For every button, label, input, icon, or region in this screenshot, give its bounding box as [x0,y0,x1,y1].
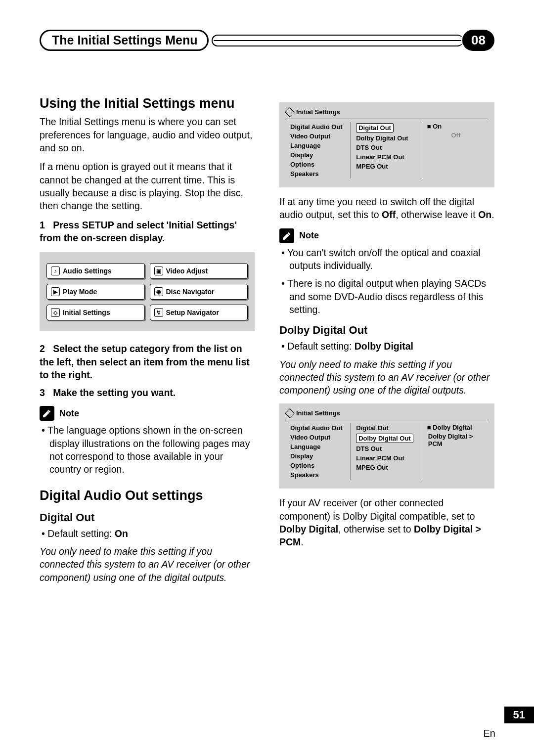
note-bullet: The language options shown in the on-scr… [49,424,255,476]
diamond-icon [285,408,295,418]
text: If your AV receiver (or other connected … [279,497,475,521]
osd-option-selected: Dolby Digital [427,423,485,432]
chapter-title: The Initial Settings Menu [52,33,197,47]
step-1-number: 1 [40,220,45,230]
section-heading-digital-audio-out: Digital Audio Out settings [40,488,255,503]
step-1: 1 Press SETUP and select 'Initial Settin… [40,219,255,245]
osd-item: Digital Out [355,423,419,433]
osd-item-col: Digital Out Dolby Digital Out DTS Out Li… [351,423,423,480]
menu-btn-video-adjust: ▣Video Adjust [150,263,248,279]
osd-item-col: Digital Out Dolby Digital Out DTS Out Li… [351,122,423,178]
page-number: 51 [513,709,525,721]
subsection-heading-digital-out: Digital Out [40,511,255,524]
osd-item: Linear PCM Out [355,453,419,463]
default-setting-value: Dolby Digital [355,341,413,352]
osd-title: Initial Settings [286,409,488,417]
osd-item-selected: Digital Out [355,122,419,133]
section-heading-using-initial-settings: Using the Initial Settings menu [40,95,255,111]
menu-btn-label: Disc Navigator [166,288,215,296]
page-language: En [484,728,495,739]
note-bullet: There is no digital output when playing … [289,277,494,316]
digital-out-italic-note: You only need to make this setting if yo… [40,545,255,584]
default-setting-prefix: Default setting: [287,341,355,352]
osd-option-selected: On [427,122,485,131]
osd-item: MPEG Out [355,463,419,472]
intro-paragraph-1: The Initial Settings menu is where you c… [40,115,255,154]
menu-btn-label: Setup Navigator [166,309,219,316]
osd-title-text: Initial Settings [296,409,340,417]
osd-category-col: Digital Audio Out Video Output Language … [286,423,351,480]
chapter-number-badge: 08 [462,30,494,51]
default-setting-line: Default setting: On [49,527,255,540]
osd-cat: Display [289,451,348,461]
default-setting-line: Default setting: Dolby Digital [289,340,494,353]
osd-dolby-digital-out: Initial Settings Digital Audio Out Video… [279,403,494,489]
osd-cat: Options [289,160,348,169]
osd-digital-out: Initial Settings Digital Audio Out Video… [279,102,494,187]
video-adjust-icon: ▣ [154,267,163,275]
intro-paragraph-2: If a menu option is grayed out it means … [40,160,255,212]
play-mode-icon: ▶ [51,287,60,296]
bold-on: On [478,209,491,220]
osd-item: Dolby Digital Out [355,133,419,143]
osd-item-text: Digital Out [356,123,394,133]
step-2-text: Select the setup category from the list … [40,343,250,380]
menu-btn-initial-settings: ◇Initial Settings [46,305,145,320]
osd-option: Dolby Digital > PCM [427,432,485,448]
bold-off: Off [382,209,396,220]
dolby-italic-note: You only need to make this setting if yo… [279,358,494,397]
digital-out-explain: If at any time you need to switch off th… [279,195,494,222]
default-setting-prefix: Default setting: [47,528,115,539]
menu-btn-play-mode: ▶Play Mode [46,284,145,300]
chapter-number: 08 [471,33,486,47]
page-number-badge: 51 [504,707,534,723]
osd-cat: Options [289,461,348,470]
menu-btn-disc-navigator: ◉Disc Navigator [150,284,248,300]
osd-option-col: Dolby Digital Dolby Digital > PCM [423,423,488,480]
note-bullet-list-right: You can't switch on/off the optical and … [279,246,494,316]
dolby-explain: If your AV receiver (or other connected … [279,496,494,548]
right-column: Initial Settings Digital Audio Out Video… [279,95,494,590]
bold-dolby-digital: Dolby Digital [279,524,338,534]
step-3-text: Make the setting you want. [53,387,176,398]
menu-btn-label: Audio Settings [63,267,112,275]
step-2: 2 Select the setup category from the lis… [40,342,255,381]
osd-item: DTS Out [355,444,419,453]
setup-navigator-icon: ↯ [154,308,163,317]
page-header: The Initial Settings Menu 08 [40,30,494,51]
diamond-icon [285,107,295,117]
step-3: 3 Make the setting you want. [40,386,255,399]
setup-menu-illustration: ♪Audio Settings ▣Video Adjust ▶Play Mode… [40,252,255,331]
osd-cat: Digital Audio Out [289,122,348,132]
osd-cat: Digital Audio Out [289,423,348,433]
note-label: Note [59,408,79,419]
osd-cat: Speakers [289,169,348,178]
step-2-number: 2 [40,343,45,354]
menu-btn-audio-settings: ♪Audio Settings [46,263,145,279]
osd-item: DTS Out [355,143,419,152]
osd-cat: Speakers [289,470,348,480]
menu-btn-label: Video Adjust [166,267,208,275]
osd-item: Linear PCM Out [355,152,419,162]
osd-item-selected: Dolby Digital Out [355,433,419,444]
note-header-left: Note [40,406,255,421]
osd-cat: Language [289,442,348,451]
osd-item: MPEG Out [355,162,419,171]
step-1-text: Press SETUP and select 'Initial Settings… [40,220,237,243]
osd-cat: Video Output [289,132,348,141]
text: , otherwise leave it [396,209,478,220]
osd-item-text: Dolby Digital Out [356,434,413,443]
osd-title: Initial Settings [286,108,488,116]
note-pencil-icon [279,228,294,243]
dolby-default: Default setting: Dolby Digital [279,340,494,353]
step-3-number: 3 [40,387,45,398]
note-bullet-list-left: The language options shown in the on-scr… [40,424,255,476]
audio-settings-icon: ♪ [51,267,60,275]
text: . [491,209,494,220]
digital-out-default: Default setting: On [40,527,255,540]
default-setting-value: On [115,528,128,539]
left-column: Using the Initial Settings menu The Init… [40,95,255,590]
note-pencil-icon [40,406,54,421]
subsection-heading-dolby-digital-out: Dolby Digital Out [279,324,494,337]
text: . [301,536,303,547]
